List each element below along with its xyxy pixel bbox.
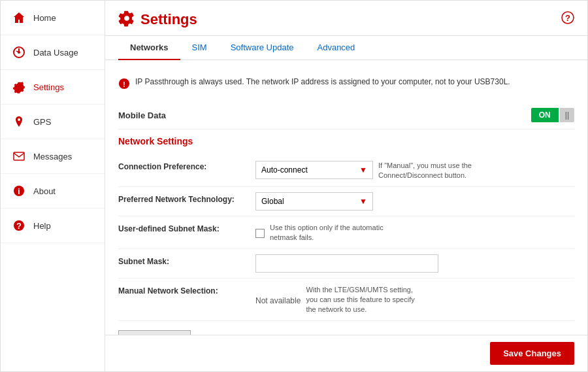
manual-network-value: Not available [255, 294, 301, 305]
content-area: ! IP Passthrough is always used. The net… [105, 60, 587, 335]
preferred-network-row: Preferred Network Technology: Global ▼ [118, 187, 574, 216]
connection-preference-control: Auto-connect ▼ If "Manual", you must use… [255, 160, 574, 181]
sidebar-item-data-usage[interactable]: Data Usage [1, 35, 105, 70]
connection-preference-select[interactable]: Auto-connect ▼ [255, 161, 373, 179]
connection-preference-row: Connection Preference: Auto-connect ▼ If… [118, 154, 574, 187]
preferred-network-arrow: ▼ [359, 197, 367, 206]
subnet-mask-row: Subnet Mask: [118, 249, 574, 279]
toggle-on-label: ON [531, 108, 559, 122]
user-subnet-control: Use this option only if the automatic ne… [255, 222, 574, 243]
svg-text:?: ? [16, 221, 22, 231]
help-icon: ? [11, 218, 27, 233]
data-usage-icon [11, 44, 27, 60]
network-settings-title: Network Settings [118, 136, 574, 146]
info-banner-text: IP Passthrough is always used. The netwo… [135, 77, 510, 86]
sidebar-item-messages[interactable]: Messages [1, 139, 105, 174]
about-icon: i [11, 183, 27, 199]
info-banner: ! IP Passthrough is always used. The net… [118, 71, 574, 101]
user-subnet-hint: Use this option only if the automatic ne… [270, 222, 387, 243]
subnet-mask-label: Subnet Mask: [118, 254, 255, 266]
sidebar-item-settings[interactable]: Settings [1, 70, 105, 105]
connection-preference-label: Connection Preference: [118, 160, 255, 171]
main-title: Settings [118, 10, 197, 29]
tab-software-update[interactable]: Software Update [219, 36, 306, 60]
sidebar-item-gps[interactable]: GPS [1, 105, 105, 139]
manual-network-hint: With the LTE/GSM/UMTS setting, you can u… [306, 284, 423, 315]
sidebar-item-settings-label: Settings [33, 82, 64, 92]
sidebar-item-help-label: Help [33, 221, 51, 231]
sidebar-item-about-label: About [33, 186, 56, 196]
mobile-data-toggle[interactable]: ON || [531, 108, 574, 122]
connection-preference-hint: If "Manual", you must use the Connect/Di… [378, 160, 496, 181]
svg-text:?: ? [565, 13, 570, 23]
subnet-mask-input[interactable] [255, 254, 438, 273]
preferred-network-control: Global ▼ [255, 192, 574, 211]
tab-bar: Networks SIM Software Update Advanced [105, 36, 587, 60]
messages-icon [11, 148, 27, 164]
user-subnet-label: User-defined Subnet Mask: [118, 222, 255, 233]
app-container: Home Data Usage Settings [0, 0, 588, 372]
home-icon [11, 10, 27, 25]
sidebar-item-about[interactable]: i About [1, 174, 105, 209]
preferred-network-label: Preferred Network Technology: [118, 192, 255, 204]
mobile-data-label: Mobile Data [118, 110, 166, 120]
main-content: Settings ? Networks SIM Software Update … [105, 1, 587, 371]
settings-table: Connection Preference: Auto-connect ▼ If… [118, 154, 574, 321]
page-title: Settings [140, 11, 197, 28]
manual-network-control: Not available With the LTE/GSM/UMTS sett… [255, 284, 574, 315]
gps-icon [11, 114, 27, 129]
user-subnet-row: User-defined Subnet Mask: Use this optio… [118, 216, 574, 249]
manual-network-row: Manual Network Selection: Not available … [118, 279, 574, 321]
svg-text:!: ! [123, 80, 125, 88]
bottom-bar: Save Changes [105, 335, 587, 371]
connection-preference-arrow: ▼ [359, 165, 367, 175]
header-help-icon[interactable]: ? [561, 11, 574, 27]
manual-network-label: Manual Network Selection: [118, 284, 255, 296]
tab-networks[interactable]: Networks [118, 36, 180, 60]
select-network-button[interactable]: Select Network [118, 330, 191, 335]
settings-icon [11, 79, 27, 95]
sidebar-item-home[interactable]: Home [1, 1, 105, 35]
sidebar-item-data-usage-label: Data Usage [33, 48, 78, 58]
info-icon: ! [118, 78, 130, 92]
main-header: Settings ? [105, 1, 587, 36]
sidebar-item-gps-label: GPS [33, 117, 51, 127]
settings-gear-icon [118, 10, 135, 29]
toggle-button[interactable]: || [560, 108, 574, 122]
tab-advanced[interactable]: Advanced [306, 36, 367, 60]
subnet-mask-control [255, 254, 574, 273]
tab-sim[interactable]: SIM [180, 36, 219, 60]
user-subnet-checkbox[interactable] [255, 229, 265, 238]
sidebar-item-messages-label: Messages [33, 152, 72, 161]
save-changes-button[interactable]: Save Changes [490, 342, 574, 365]
sidebar-item-home-label: Home [33, 13, 56, 23]
svg-rect-2 [14, 152, 24, 160]
mobile-data-row: Mobile Data ON || [118, 101, 574, 129]
sidebar-item-help[interactable]: ? Help [1, 209, 105, 243]
preferred-network-select[interactable]: Global ▼ [255, 192, 373, 211]
sidebar: Home Data Usage Settings [1, 1, 105, 371]
svg-text:i: i [18, 187, 20, 196]
